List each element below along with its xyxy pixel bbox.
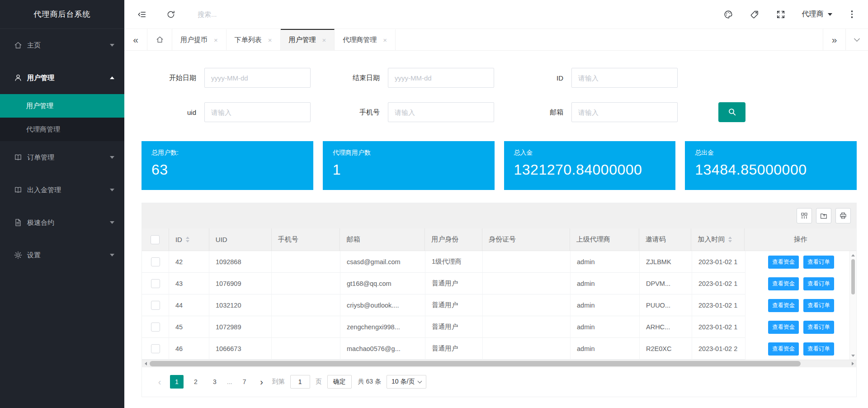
- view-funds-button[interactable]: 查看资金: [768, 321, 799, 334]
- topbar-actions: 代理商: [723, 9, 856, 19]
- page-number[interactable]: 7: [238, 375, 251, 389]
- sort-icon[interactable]: [186, 237, 189, 242]
- vertical-scrollbar[interactable]: [849, 251, 856, 360]
- more-menu-icon[interactable]: [849, 9, 856, 19]
- view-orders-button[interactable]: 查看订单: [803, 256, 834, 269]
- tab-user-withdraw[interactable]: 用户提币×: [172, 29, 226, 50]
- sidebar-item-order-management[interactable]: 订单管理: [0, 141, 124, 174]
- sidebar-item-settings[interactable]: 设置: [0, 239, 124, 271]
- cell: machao0576@g...: [340, 338, 425, 360]
- tab-user-management[interactable]: 用户管理×: [281, 29, 335, 50]
- view-orders-button[interactable]: 查看订单: [803, 342, 834, 356]
- tab-home[interactable]: [147, 29, 172, 50]
- cell: csasd@gmail.com: [340, 251, 425, 273]
- goto-page-input[interactable]: [290, 375, 310, 389]
- tab-close-icon[interactable]: ×: [214, 36, 218, 44]
- theme-palette-icon[interactable]: [723, 9, 733, 19]
- confirm-button[interactable]: 确定: [327, 375, 352, 389]
- view-orders-button[interactable]: 查看订单: [803, 299, 834, 312]
- scroll-right-arrow[interactable]: [849, 360, 856, 367]
- id-input[interactable]: [571, 68, 678, 88]
- tab-agent-management[interactable]: 代理商管理×: [335, 29, 396, 50]
- print-button[interactable]: [835, 208, 851, 223]
- phone-input[interactable]: [388, 102, 494, 122]
- search-button[interactable]: [718, 102, 745, 122]
- sidebar-item-funds-management[interactable]: 出入金管理: [0, 174, 124, 206]
- stat-cards: 总用户数:63代理商用户数1总入金1321270.84000000总出金1348…: [142, 141, 857, 190]
- stat-label: 总入金: [514, 149, 666, 157]
- page-number[interactable]: 1: [170, 375, 184, 389]
- row-checkbox[interactable]: [151, 301, 160, 310]
- tabs-scroll-left-icon[interactable]: «: [124, 29, 147, 50]
- scroll-up-arrow[interactable]: [850, 252, 856, 258]
- row-select-cell: [142, 251, 169, 273]
- tag-icon[interactable]: [750, 9, 760, 19]
- collapse-sidebar-icon[interactable]: [137, 9, 147, 19]
- email-input[interactable]: [571, 102, 678, 122]
- sidebar-item-fast-contract[interactable]: 极速合约: [0, 206, 124, 239]
- column-header-label: ID: [175, 236, 182, 243]
- filter-field-phone: 手机号: [337, 102, 494, 122]
- tab-close-icon[interactable]: ×: [322, 36, 326, 44]
- sidebar-item-label: 用户管理: [27, 74, 54, 82]
- view-funds-button[interactable]: 查看资金: [768, 342, 799, 356]
- cell: R2E0XC: [640, 338, 692, 360]
- page-next-icon[interactable]: ›: [257, 377, 267, 387]
- cell: [483, 273, 571, 294]
- view-funds-button[interactable]: 查看资金: [768, 256, 799, 269]
- row-checkbox[interactable]: [151, 279, 160, 288]
- tab-label: 用户提币: [180, 36, 208, 44]
- row-checkbox[interactable]: [151, 257, 160, 266]
- sidebar-item-user-management[interactable]: 用户管理: [0, 62, 124, 94]
- tabs-scroll-right-icon[interactable]: »: [823, 29, 845, 50]
- global-search-input[interactable]: [198, 10, 302, 18]
- sort-icon[interactable]: [728, 237, 732, 242]
- table-row: 431076909gt168@qq.com普通用户adminDPVM...202…: [142, 273, 856, 294]
- sidebar-item-home[interactable]: 主页: [0, 29, 124, 62]
- gear-icon: [14, 251, 23, 260]
- cell: [483, 338, 571, 360]
- start-date-input[interactable]: [204, 68, 311, 88]
- uid-input[interactable]: [204, 102, 311, 122]
- page-number[interactable]: 2: [189, 375, 203, 389]
- cell: [272, 338, 340, 360]
- view-orders-button[interactable]: 查看订单: [803, 321, 834, 334]
- fullscreen-icon[interactable]: [776, 9, 786, 19]
- view-funds-button[interactable]: 查看资金: [768, 299, 799, 312]
- vertical-scroll-thumb[interactable]: [851, 259, 855, 294]
- page-number[interactable]: 3: [208, 375, 222, 389]
- sidebar-subitem-agent-management[interactable]: 代理商管理: [0, 118, 124, 141]
- sidebar-item-label: 设置: [27, 251, 41, 260]
- filter-field-start-date: 开始日期: [153, 68, 311, 88]
- cell: 2023-01-02 1: [692, 294, 745, 316]
- tab-close-icon[interactable]: ×: [268, 36, 272, 44]
- end-date-input[interactable]: [388, 68, 494, 88]
- scroll-left-arrow[interactable]: [142, 360, 149, 367]
- filter-label: uid: [153, 109, 196, 116]
- table-row: 421092868csasd@gmail.com1级代理商adminZJLBMK…: [142, 251, 856, 273]
- tab-order-list[interactable]: 下单列表×: [226, 29, 281, 50]
- tab-close-icon[interactable]: ×: [383, 36, 387, 44]
- export-button[interactable]: [816, 208, 831, 223]
- stat-value: 63: [151, 161, 303, 178]
- view-orders-button[interactable]: 查看订单: [803, 277, 834, 290]
- refresh-icon[interactable]: [166, 9, 176, 19]
- filter-label: 手机号: [337, 108, 380, 117]
- view-funds-button[interactable]: 查看资金: [768, 277, 799, 290]
- sidebar-subitem-user-management[interactable]: 用户管理: [0, 94, 124, 118]
- row-checkbox[interactable]: [151, 323, 160, 332]
- user-dropdown[interactable]: 代理商: [802, 9, 832, 19]
- stat-card: 总出金13484.85000000: [685, 141, 857, 190]
- page-prev-icon[interactable]: ‹: [155, 377, 165, 387]
- cell: 普通用户: [425, 338, 483, 360]
- tabs-dropdown-icon[interactable]: [845, 29, 868, 50]
- select-all-checkbox[interactable]: [151, 235, 160, 244]
- scroll-down-arrow[interactable]: [850, 352, 856, 359]
- horizontal-scroll-thumb[interactable]: [150, 361, 801, 366]
- cell: ARHC...: [640, 316, 692, 338]
- row-checkbox[interactable]: [151, 344, 160, 353]
- horizontal-scrollbar[interactable]: [142, 360, 856, 367]
- columns-button[interactable]: [797, 208, 812, 223]
- tab-label: 代理商管理: [343, 36, 377, 44]
- page-size-select[interactable]: 10 条/页: [387, 375, 426, 389]
